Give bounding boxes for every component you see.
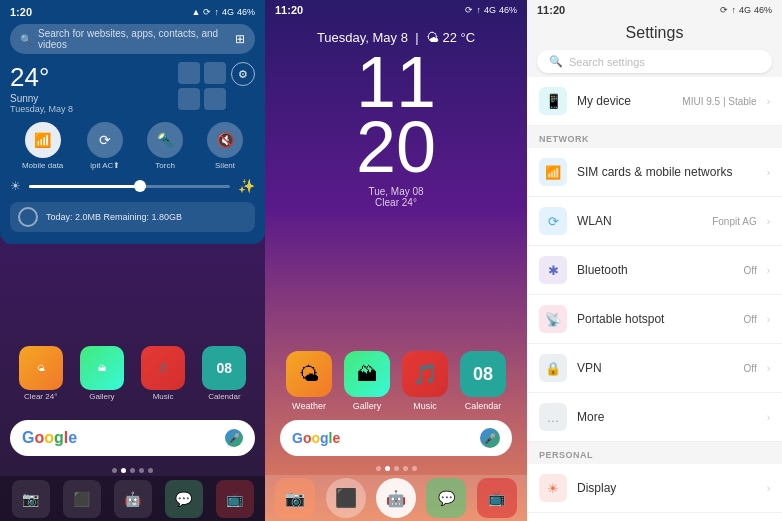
home-app-weather[interactable]: 🌤 Clear 24° [19, 346, 63, 401]
mid-music-app-label: Music [413, 401, 437, 411]
quick-app-2[interactable] [204, 62, 226, 84]
settings-item-display[interactable]: ☀ Display › [527, 464, 782, 513]
quick-app-3[interactable] [178, 88, 200, 110]
notif-search-bar[interactable]: 🔍 Search for websites, apps, contacts, a… [10, 24, 255, 54]
wlan-label: WLAN [577, 214, 612, 228]
notification-shade: 1:20 ▲ ⟳ ↑ 4G 46% 🔍 Search for websites,… [0, 0, 265, 244]
settings-search-icon: 🔍 [549, 55, 563, 68]
mid-clock-hour: 11 [265, 50, 527, 115]
notif-settings-button[interactable]: ⚙ [231, 62, 255, 86]
bottom-icon-1[interactable]: 📷 [12, 480, 50, 518]
wifi-toggle-icon: ⟳ [87, 122, 123, 158]
bottom-icon-5[interactable]: 📺 [216, 480, 254, 518]
silent-label: Silent [215, 161, 235, 170]
settings-item-vpn[interactable]: 🔒 VPN Off › [527, 344, 782, 393]
mic-icon[interactable]: 🎤 [225, 429, 243, 447]
home-app-gallery[interactable]: 🏔 Gallery [80, 346, 124, 401]
network-type: 4G [222, 7, 234, 17]
mid-weather-app-label: Weather [292, 401, 326, 411]
data-circle [18, 207, 38, 227]
mid-bottom-4[interactable]: 💬 [426, 478, 466, 518]
bluetooth-label: Bluetooth [577, 263, 628, 277]
settings-item-sim[interactable]: 📶 SIM cards & mobile networks › [527, 148, 782, 197]
vpn-value: Off [744, 363, 757, 374]
display-chevron: › [767, 483, 770, 494]
mid-bottom-icon-3: 🤖 [386, 489, 406, 508]
mid-dot-1 [376, 466, 381, 471]
settings-item-more[interactable]: … More › [527, 393, 782, 442]
bluetooth-icon: ✱ [539, 256, 567, 284]
mid-bottom-bar: 📷 ⬛ 🤖 💬 📺 [265, 475, 527, 521]
calendar-label: Calendar [208, 392, 240, 401]
settings-item-bluetooth[interactable]: ✱ Bluetooth Off › [527, 246, 782, 295]
section-personal: PERSONAL [527, 442, 782, 464]
display-label: Display [577, 481, 616, 495]
settings-item-wallpaper[interactable]: 🖼 Wallpaper › [527, 513, 782, 521]
quick-app-4[interactable] [204, 88, 226, 110]
google-search-bar[interactable]: Google 🎤 [10, 420, 255, 456]
home-app-row: 🌤 Clear 24° 🏔 Gallery 🎵 Music 08 Calenda… [0, 346, 265, 401]
bottom-icon-3[interactable]: 🤖 [114, 480, 152, 518]
mobile-data-label: Mobile data [22, 161, 63, 170]
data-icon: ↑ [214, 7, 219, 17]
google-logo: Google [22, 429, 77, 447]
mid-app-music[interactable]: 🎵 Music [402, 351, 448, 411]
notif-status-icons: ▲ ⟳ ↑ 4G 46% [192, 7, 255, 17]
music-icon: 🎵 [141, 346, 185, 390]
toggle-silent[interactable]: 🔇 Silent [207, 122, 243, 170]
settings-list: 📱 My device MIUI 9.5 | Stable › NETWORK … [527, 77, 782, 521]
settings-status-bar: 11:20 ⟳ ↑ 4G 46% [527, 0, 782, 20]
hotspot-icon: 📡 [539, 305, 567, 333]
mobile-data-icon: 📶 [25, 122, 61, 158]
my-device-chevron: › [767, 96, 770, 107]
battery-icon: 46% [237, 7, 255, 17]
hotspot-chevron: › [767, 314, 770, 325]
vpn-icon-glyph: 🔒 [545, 361, 561, 376]
mid-mic-icon[interactable]: 🎤 [480, 428, 500, 448]
settings-item-my-device[interactable]: 📱 My device MIUI 9.5 | Stable › [527, 77, 782, 126]
mid-bottom-icon-4: 💬 [438, 490, 455, 506]
quick-app-grid [178, 62, 226, 110]
brightness-fill [29, 185, 140, 188]
mid-app-gallery[interactable]: 🏔 Gallery [344, 351, 390, 411]
mid-bottom-2[interactable]: ⬛ [326, 478, 366, 518]
more-label: More [577, 410, 604, 424]
vpn-label: VPN [577, 361, 602, 375]
mid-bottom-3[interactable]: 🤖 [376, 478, 416, 518]
sim-icon: 📶 [539, 158, 567, 186]
home-app-calendar[interactable]: 08 Calendar [202, 346, 246, 401]
mid-calendar-app-label: Calendar [465, 401, 502, 411]
notif-search-icon: 🔍 [20, 34, 32, 45]
mid-bottom-5[interactable]: 📺 [477, 478, 517, 518]
mid-music-app-icon: 🎵 [402, 351, 448, 397]
mid-calendar-app-icon: 08 [460, 351, 506, 397]
quick-toggles: 📶 Mobile data ⟳ ipit AC⬆ 🔦 Torch 🔇 Silen… [10, 122, 255, 170]
brightness-slider[interactable] [29, 185, 230, 188]
bottom-icon-2[interactable]: ⬛ [63, 480, 101, 518]
mid-app-calendar[interactable]: 08 Calendar [460, 351, 506, 411]
sim-content: SIM cards & mobile networks [577, 165, 757, 179]
mid-page-dots [265, 466, 527, 471]
mid-app-weather[interactable]: 🌤 Weather [286, 351, 332, 411]
toggle-mobile-data[interactable]: 📶 Mobile data [22, 122, 63, 170]
wlan-icon: ⟳ [539, 207, 567, 235]
settings-network: 4G [739, 5, 751, 15]
toggle-wifi[interactable]: ⟳ ipit AC⬆ [87, 122, 123, 170]
notif-weather: 24° Sunny Tuesday, May 8 ⚙ [10, 62, 255, 114]
my-device-label: My device [577, 94, 631, 108]
mid-search-bar[interactable]: Google 🎤 [280, 420, 512, 456]
mid-bottom-1[interactable]: 📷 [275, 478, 315, 518]
toggle-torch[interactable]: 🔦 Torch [147, 122, 183, 170]
settings-item-hotspot[interactable]: 📡 Portable hotspot Off › [527, 295, 782, 344]
my-device-content: My device MIUI 9.5 | Stable [577, 94, 757, 108]
settings-item-wlan[interactable]: ⟳ WLAN Fonpit AG › [527, 197, 782, 246]
bottom-icon-4[interactable]: 💬 [165, 480, 203, 518]
home-app-music[interactable]: 🎵 Music [141, 346, 185, 401]
brightness-row: ☀ ✨ [10, 178, 255, 194]
mid-bottom-icon-5: 📺 [488, 490, 505, 506]
mid-gallery-app-label: Gallery [353, 401, 382, 411]
my-device-icon-glyph: 📱 [545, 93, 562, 109]
torch-label: Torch [155, 161, 175, 170]
settings-search-bar[interactable]: 🔍 Search settings [537, 50, 772, 73]
quick-app-1[interactable] [178, 62, 200, 84]
